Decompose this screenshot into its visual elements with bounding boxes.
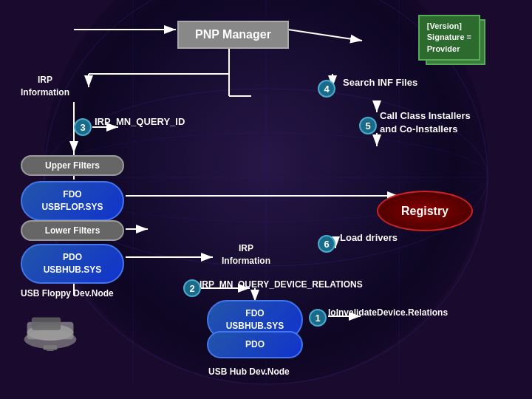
pnp-manager-label: PNP Manager xyxy=(195,28,271,41)
io-invalidate-label: IoInvalidateDevice.Relations xyxy=(328,307,448,318)
load-drivers-label: Load drivers xyxy=(340,232,398,243)
fdo-usbflop-pill: FDO USBFLOP.SYS xyxy=(21,181,124,221)
registry-oval: Registry xyxy=(377,191,473,231)
usb-floppy-label: USB Floppy Dev.Node xyxy=(21,288,114,299)
pdo-small-pill: PDO xyxy=(207,331,303,358)
pdo-usbhub-line1: PDO xyxy=(63,252,82,262)
call-class-label: Call Class Installers and Co-Installers xyxy=(380,109,471,136)
irp-mn-query-label: IRP_MN_QUERY_ID xyxy=(95,116,185,127)
badge-2: 2 xyxy=(183,279,201,297)
fdo-usbflop-line1: FDO xyxy=(63,189,81,200)
irp-info-mid-line2: Information xyxy=(222,256,270,266)
irp-info-top-line2: Information xyxy=(21,87,69,98)
upper-filters-pill: Upper Filters xyxy=(21,155,124,176)
irp-info-mid-line1: IRP xyxy=(239,243,253,253)
irp-info-mid: IRP Information xyxy=(222,242,270,267)
pdo-usbhub-pill: PDO USBHUB.SYS xyxy=(21,244,124,284)
lower-filters-pill: Lower Filters xyxy=(21,220,124,241)
badge-4: 4 xyxy=(318,80,335,98)
svg-rect-35 xyxy=(44,345,58,349)
fdo-usbhub-mid-line1: FDO xyxy=(245,308,264,318)
irp-info-top: IRP Information xyxy=(21,74,69,99)
version-box: [Version] Signature = Provider xyxy=(418,15,480,61)
call-class-line1: Call Class Installers xyxy=(380,110,471,121)
badge-6: 6 xyxy=(318,235,335,253)
registry-label: Registry xyxy=(401,205,449,218)
badge-3: 3 xyxy=(74,118,92,136)
call-class-line2: and Co-Installers xyxy=(380,123,457,134)
irp-info-top-line1: IRP xyxy=(38,75,52,85)
usb-hub-label: USB Hub Dev.Node xyxy=(208,366,290,377)
floppy-disk-icon xyxy=(21,310,80,351)
version-line1: [Version] xyxy=(427,21,462,30)
fdo-usbflop-line2: USBFLOP.SYS xyxy=(41,202,103,212)
search-inf-label: Search INF Files xyxy=(343,77,417,88)
svg-rect-36 xyxy=(47,349,53,351)
fdo-usbhub-mid-line2: USBHUB.SYS xyxy=(226,321,284,331)
badge-5: 5 xyxy=(359,117,377,134)
irp-mn-device-rel-label: IRP_MN_QUERY_DEVICE_RELATIONS xyxy=(200,279,363,290)
main-container: PNP Manager [Version]Signature =Provider… xyxy=(0,0,532,399)
version-line2: Signature = xyxy=(427,33,471,41)
version-line3: Provider xyxy=(427,44,460,53)
svg-rect-34 xyxy=(32,317,61,330)
pdo-usbhub-line2: USBHUB.SYS xyxy=(44,265,102,275)
badge-1: 1 xyxy=(309,309,327,327)
pnp-manager-box: PNP Manager xyxy=(177,21,289,49)
